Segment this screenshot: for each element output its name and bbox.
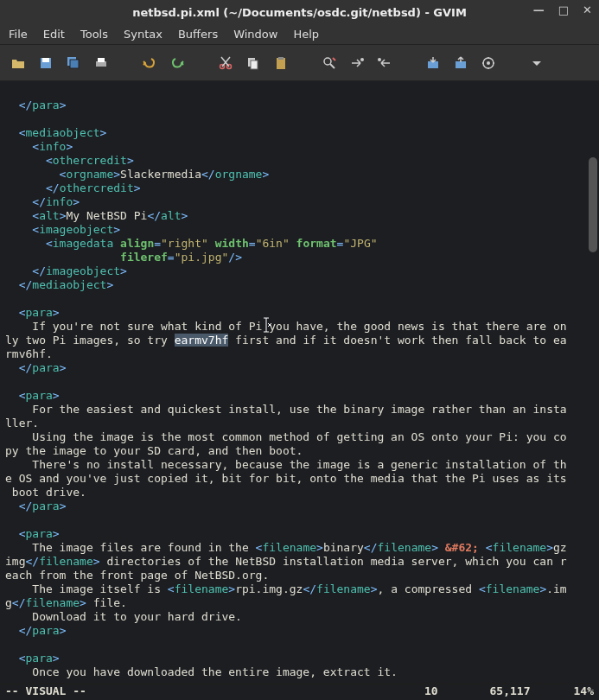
svg-point-18 — [487, 61, 490, 65]
maximize-button[interactable]: □ — [558, 3, 569, 16]
editor-area[interactable]: </para> <mediaobject> <info> <othercredi… — [0, 81, 599, 683]
copy-icon[interactable] — [244, 54, 263, 73]
load-session-icon[interactable] — [424, 54, 443, 73]
open-icon[interactable] — [9, 54, 28, 73]
scrollbar[interactable] — [589, 81, 597, 683]
close-button[interactable]: ✕ — [583, 3, 592, 16]
save-all-icon[interactable] — [64, 54, 83, 73]
svg-point-13 — [360, 58, 364, 61]
save-icon[interactable] — [36, 54, 55, 73]
visual-selection: earmv7hf — [175, 334, 229, 347]
menu-edit[interactable]: Edit — [43, 28, 65, 41]
run-script-icon[interactable] — [479, 54, 498, 73]
print-icon[interactable] — [92, 54, 111, 73]
svg-rect-1 — [42, 58, 49, 62]
svg-point-14 — [378, 58, 381, 61]
status-percent: 14% — [574, 684, 594, 700]
toolbar — [0, 45, 599, 81]
svg-rect-3 — [70, 60, 79, 68]
minimize-button[interactable]: — — [533, 3, 545, 16]
mode-indicator: -- VISUAL -- — [5, 684, 86, 700]
svg-rect-5 — [98, 58, 105, 62]
menu-syntax[interactable]: Syntax — [124, 28, 162, 41]
cut-icon[interactable] — [216, 54, 235, 73]
save-session-icon[interactable] — [451, 54, 470, 73]
status-position: 65,117 — [490, 684, 531, 700]
menu-tools[interactable]: Tools — [80, 28, 108, 41]
menu-window[interactable]: Window — [233, 28, 277, 41]
scrollbar-thumb[interactable] — [589, 157, 597, 252]
undo-icon[interactable] — [140, 54, 159, 73]
status-col1: 10 — [424, 684, 438, 700]
find-prev-icon[interactable] — [375, 54, 394, 73]
svg-point-12 — [324, 58, 331, 65]
menu-bar: File Edit Tools Syntax Buffers Window He… — [0, 24, 599, 45]
find-replace-icon[interactable] — [320, 54, 339, 73]
window-title: netbsd.pi.xml (~/Documents/osdc.git/netb… — [132, 6, 467, 19]
svg-rect-16 — [456, 61, 466, 68]
title-bar: netbsd.pi.xml (~/Documents/osdc.git/netb… — [0, 0, 599, 24]
menu-help[interactable]: Help — [293, 28, 319, 41]
redo-icon[interactable] — [168, 54, 187, 73]
svg-rect-9 — [251, 60, 258, 69]
menu-buffers[interactable]: Buffers — [178, 28, 218, 41]
status-line: -- VISUAL -- 10 65,117 14% — [0, 684, 599, 700]
find-next-icon[interactable] — [347, 54, 366, 73]
menu-file[interactable]: File — [9, 28, 28, 41]
svg-rect-15 — [428, 61, 438, 68]
paste-icon[interactable] — [271, 54, 290, 73]
dropdown-icon[interactable] — [527, 54, 546, 73]
svg-rect-11 — [278, 57, 284, 60]
